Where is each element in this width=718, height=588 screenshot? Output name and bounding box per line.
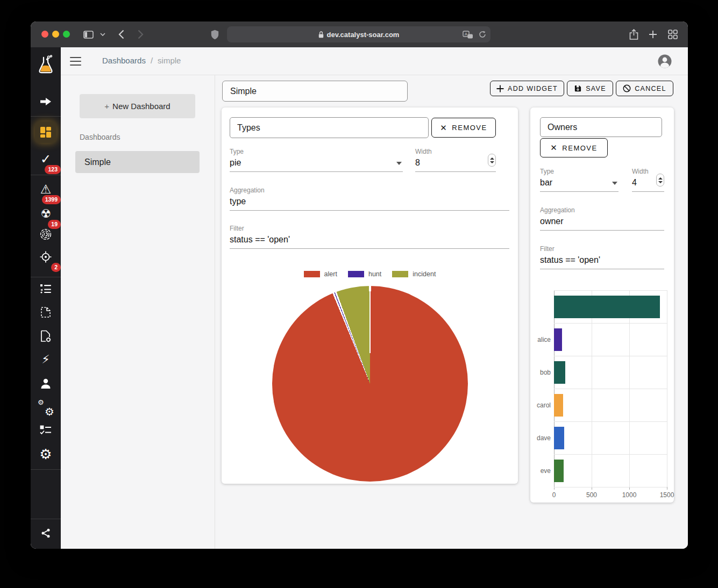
lock-icon <box>318 31 324 38</box>
tab-overview-icon[interactable] <box>666 28 679 41</box>
widget-width-input[interactable]: Width 4 <box>632 168 664 192</box>
user-avatar[interactable] <box>658 54 672 68</box>
widget-aggregation-field[interactable]: Aggregation <box>230 187 509 211</box>
y-category-label: dave <box>530 434 552 442</box>
sidebar-item-dashboards[interactable] <box>35 121 56 143</box>
new-tab-icon[interactable] <box>646 28 659 41</box>
legend-label: alert <box>324 270 337 278</box>
browser-window: dev.catalyst-soar.com A <box>31 21 688 549</box>
zoom-window-button[interactable] <box>63 31 70 38</box>
bar-plot: 050010001500 <box>554 290 667 487</box>
forward-icon[interactable] <box>134 28 147 41</box>
browser-titlebar: dev.catalyst-soar.com A <box>31 21 688 47</box>
back-icon[interactable] <box>115 28 127 41</box>
bar <box>554 361 565 384</box>
tasks-badge: 123 <box>45 165 61 174</box>
add-widget-button[interactable]: ADD WIDGET <box>490 81 564 96</box>
widget-card-types: ✕REMOVE Type pie Width 8 <box>222 107 518 484</box>
chevron-down-icon <box>612 182 617 185</box>
x-tick-label: 1000 <box>622 491 637 499</box>
dashboard-list-item-simple[interactable]: Simple <box>75 151 200 173</box>
number-stepper[interactable] <box>656 174 664 187</box>
y-category-label: carol <box>530 401 552 409</box>
menu-hamburger-icon[interactable] <box>70 56 81 67</box>
breadcrumb-current: simple <box>158 56 181 65</box>
widget-card-owners: ✕REMOVE Type bar Width 4 <box>530 107 674 503</box>
dashboards-panel: +New Dashboard Dashboards Simple <box>61 75 215 549</box>
aggregation-input[interactable] <box>540 217 664 231</box>
remove-widget-button[interactable]: ✕REMOVE <box>540 138 608 157</box>
filter-input[interactable] <box>230 235 509 249</box>
legend-item[interactable]: incident <box>392 270 436 278</box>
share-export-icon[interactable] <box>627 28 640 41</box>
new-dashboard-button[interactable]: +New Dashboard <box>80 94 195 118</box>
share-icon[interactable] <box>35 522 56 544</box>
widget-title-input[interactable] <box>230 117 429 138</box>
widget-type-select[interactable]: Type bar <box>540 168 619 192</box>
widget-title-input[interactable] <box>540 117 662 137</box>
reload-icon[interactable] <box>479 31 486 39</box>
legend-label: incident <box>413 270 436 278</box>
radiation-icon: ☢ <box>40 208 51 220</box>
breadcrumb-root[interactable]: Dashboards <box>102 56 146 65</box>
bar <box>554 296 660 318</box>
gear-icon[interactable]: ⚙ <box>35 443 56 465</box>
aggregation-input[interactable] <box>230 197 509 211</box>
x-tick-label: 1500 <box>660 491 674 499</box>
file-gear-icon[interactable] <box>35 325 56 347</box>
bar <box>554 394 563 417</box>
sidebar-item-tasks[interactable]: ✓ 123 <box>35 148 56 170</box>
catalyst-flask-logo[interactable] <box>35 54 56 76</box>
dashboard-editor: ADD WIDGET SAVE CANCEL ✕REMOVE <box>215 75 688 549</box>
chevron-down-icon[interactable] <box>96 28 109 41</box>
plus-icon: + <box>104 102 109 111</box>
lightning-icon[interactable]: ⚡ <box>35 349 56 370</box>
number-stepper[interactable] <box>488 154 496 167</box>
translate-icon[interactable]: A <box>463 31 473 39</box>
save-button[interactable]: SAVE <box>567 81 613 96</box>
fingerprint-icon <box>40 228 52 240</box>
cancel-button[interactable]: CANCEL <box>616 81 673 96</box>
widget-type-select[interactable]: Type pie <box>230 148 403 172</box>
plus-icon <box>496 85 504 92</box>
gridline <box>554 487 667 487</box>
gears-icon[interactable]: ⚙ ⚙ <box>35 397 56 418</box>
file-dashed-icon[interactable] <box>35 302 56 323</box>
widget-filter-field[interactable]: Filter <box>540 245 664 269</box>
user-icon[interactable] <box>35 372 56 394</box>
close-window-button[interactable] <box>41 31 48 38</box>
check-icon: ✓ <box>40 153 51 166</box>
hunts-badge: 2 <box>51 263 61 272</box>
checklist-icon[interactable] <box>35 419 56 441</box>
filter-input[interactable] <box>540 255 664 269</box>
widget-aggregation-field[interactable]: Aggregation <box>540 206 664 231</box>
legend-item[interactable]: hunt <box>348 270 381 278</box>
sidebar-item-incidents[interactable]: ☢ 19 <box>35 203 56 225</box>
breadcrumb: Dashboards / simple <box>102 56 181 65</box>
widget-filter-field[interactable]: Filter <box>230 225 509 249</box>
remove-widget-button[interactable]: ✕REMOVE <box>431 118 496 138</box>
arrow-right-icon[interactable] <box>35 91 56 112</box>
dashboard-grid-icon <box>40 126 52 138</box>
dashboard-name-input[interactable] <box>222 81 408 102</box>
bar-row <box>554 290 667 323</box>
x-icon: ✕ <box>440 123 447 133</box>
sidebar-toggle-icon[interactable] <box>82 28 95 41</box>
y-category-label: alice <box>530 336 552 343</box>
x-tick-label: 500 <box>586 491 597 499</box>
legend-swatch-icon <box>392 271 408 277</box>
y-category-label: eve <box>530 467 552 475</box>
legend-label: hunt <box>368 270 381 278</box>
list-icon[interactable] <box>35 278 56 299</box>
sidebar-item-alerts[interactable]: ⚠ 1399 <box>35 178 56 200</box>
minimize-window-button[interactable] <box>52 31 59 38</box>
sidebar-item-hunts[interactable]: 2 <box>35 246 56 268</box>
address-bar[interactable]: dev.catalyst-soar.com A <box>227 26 490 42</box>
widget-width-input[interactable]: Width 8 <box>415 148 496 172</box>
save-floppy-icon <box>574 84 582 92</box>
privacy-shield-icon[interactable] <box>208 28 221 41</box>
bar-row <box>554 454 667 487</box>
sidebar-item-forensics[interactable] <box>35 224 56 245</box>
legend-item[interactable]: alert <box>304 270 337 278</box>
x-icon: ✕ <box>550 143 558 153</box>
